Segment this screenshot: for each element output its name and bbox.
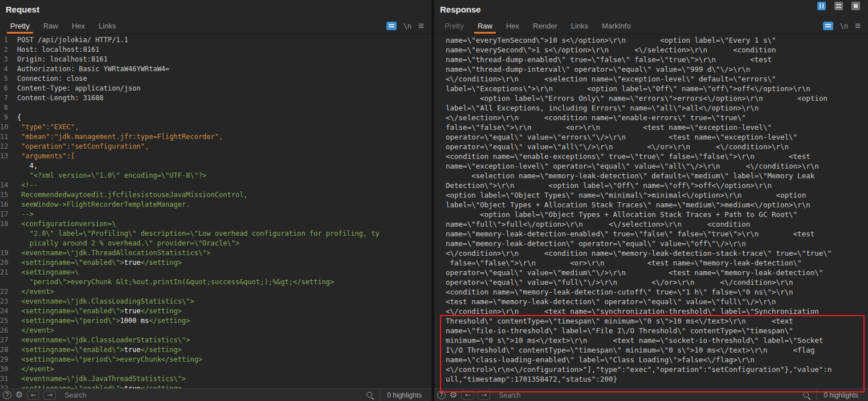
line-number: 2 — [0, 45, 8, 55]
request-header: Request — [0, 0, 431, 18]
response-code-line: name=\"memory-leak-detection\" operator=… — [434, 239, 868, 248]
request-code-line: 27 <eventname=\"jdk.ClassLoaderStatistic… — [0, 335, 431, 345]
line-number: 9 — [0, 113, 8, 122]
tab-pretty[interactable]: Pretty — [438, 18, 471, 34]
request-code-line: 21 <settingname=\ — [0, 268, 431, 277]
request-code-line: 4Authorization: Basic YWRtaW46YWRtaW4= — [0, 64, 431, 74]
response-code-line: label=\"Exceptions\">\r\n <option label=… — [434, 84, 868, 93]
layout-columns-icon[interactable] — [817, 2, 826, 10]
request-code-line: 7Content-Length: 31688 — [0, 93, 431, 103]
response-code-line: <condition name=\"memory-leak-detection-… — [434, 287, 868, 297]
show-newlines-button[interactable]: \n — [840, 22, 848, 30]
tab-links[interactable]: Links — [92, 18, 123, 34]
help-icon[interactable]: ? — [3, 391, 11, 399]
search-input[interactable] — [60, 391, 361, 399]
syntax-highlight-icon[interactable] — [386, 22, 397, 30]
response-code-line: <\/control>\r\n<\/configuration>"],"type… — [434, 365, 868, 374]
response-code-line: operator=\"equal\" value=\"errors\"\/>\r… — [434, 132, 868, 142]
response-code-line: operator=\"equal\" value=\"full\"\/>\r\n… — [434, 277, 868, 287]
settings-gear-icon[interactable]: ⚙ — [450, 391, 457, 399]
request-code-line: 12 "operation":"setConfiguration", — [0, 142, 431, 152]
request-tabbar: PrettyRawHexLinks \n ≡ — [0, 18, 431, 34]
line-number: 13 — [0, 152, 8, 161]
request-code-line: 29 <settingname=\"period\">everyChunk</s… — [0, 355, 431, 365]
response-editor[interactable]: name=\"everyTenSecond\">10 s<\/option>\r… — [434, 34, 868, 388]
response-code-line: <\/condition>\r\n <condition name=\"memo… — [434, 248, 868, 258]
response-code-line: label=\"All Exceptions, including Errors… — [434, 103, 868, 113]
line-number: 24 — [0, 306, 8, 316]
line-number: 1 — [0, 35, 8, 45]
layout-controls — [817, 2, 862, 10]
line-number: 22 — [0, 287, 8, 297]
layout-tabs-icon[interactable] — [851, 2, 860, 10]
response-search-bar: ? ⚙ ← → 0 highlights — [434, 388, 868, 401]
line-number: 21 — [0, 268, 8, 277]
request-panel: Request PrettyRawHexLinks \n ≡ 1POST /ap… — [0, 0, 431, 401]
response-code-line: <option label=\"Errors Only\" name=\"err… — [434, 93, 868, 103]
request-code-line: "2.0\" label=\"Profiling\" description=\… — [0, 229, 431, 239]
request-code-line: 10 "type":"EXEC", — [0, 122, 431, 132]
response-code-line: label=\"Object Types + Allocation Stack … — [434, 200, 868, 210]
line-number: 19 — [0, 248, 8, 258]
request-code-line: 15 Recommendedwaytoedit.jfcfilesistouseJ… — [0, 190, 431, 200]
response-code-line: name=\"file-io-threshold\" label=\"File … — [434, 326, 868, 335]
request-code-line: pically around 2 % overhead.\" provider=… — [0, 239, 431, 248]
response-code-line: Threshold\" contentType=\"timespan\" min… — [434, 316, 868, 326]
layout-rows-icon[interactable] — [834, 2, 843, 10]
settings-gear-icon[interactable]: ⚙ — [15, 391, 23, 399]
response-code-line: name=\"thread-dump-interval\" operator=\… — [434, 64, 868, 74]
help-icon[interactable]: ? — [437, 391, 446, 399]
request-title: Request — [6, 5, 39, 14]
line-number: 3 — [0, 55, 8, 64]
search-icon[interactable] — [802, 391, 811, 400]
tab-render[interactable]: Render — [526, 18, 564, 34]
request-code-line: 18 <configurationversion=\ — [0, 219, 431, 229]
menu-icon[interactable]: ≡ — [855, 21, 861, 31]
tabbar-spacer — [123, 18, 386, 34]
tab-markinfo[interactable]: MarkInfo — [595, 18, 638, 34]
response-code-line: operator=\"equal\" value=\"all\"\/>\r\n … — [434, 142, 868, 152]
search-icon[interactable] — [365, 391, 374, 400]
request-code-line: 20 <settingname=\"enabled\">true</settin… — [0, 258, 431, 268]
response-code-line: name=\"everyTenSecond\">10 s<\/option>\r… — [434, 35, 868, 45]
request-code-line: 8 — [0, 103, 431, 113]
tab-hex[interactable]: Hex — [499, 18, 526, 34]
search-next-button[interactable]: → — [43, 391, 56, 400]
response-tabbar-icons: \n ≡ — [823, 18, 865, 34]
response-code-line: <test name=\"memory-leak-detection\" ope… — [434, 297, 868, 306]
line-number: 11 — [0, 132, 8, 142]
line-number: 25 — [0, 316, 8, 326]
response-code-line: operator=\"equal\" value=\"medium\"\/>\r… — [434, 268, 868, 277]
request-code-line: 2Host: localhost:8161 — [0, 45, 431, 55]
syntax-highlight-icon[interactable] — [823, 22, 833, 30]
search-next-button[interactable]: → — [478, 391, 490, 400]
line-number: 23 — [0, 297, 8, 306]
tab-links[interactable]: Links — [564, 18, 595, 34]
tab-raw[interactable]: Raw — [471, 18, 499, 34]
show-newlines-button[interactable]: \n — [404, 22, 411, 30]
response-code-line: <selection name=\"memory-leak-detection\… — [434, 171, 868, 181]
search-prev-button[interactable]: ← — [461, 391, 474, 400]
response-code-line: false=\"false\">\r\n <or>\r\n <test name… — [434, 122, 868, 132]
line-number: 8 — [0, 103, 8, 113]
line-number: 5 — [0, 74, 8, 84]
request-code-line: 19 <eventname=\"jdk.ThreadAllocationStat… — [0, 248, 431, 258]
line-number: 7 — [0, 93, 8, 103]
search-prev-button[interactable]: ← — [27, 391, 39, 400]
response-code-line: Detection\">\r\n <option label=\"Off\" n… — [434, 181, 868, 190]
search-input[interactable] — [494, 391, 798, 399]
tab-pretty[interactable]: Pretty — [3, 18, 36, 34]
line-number: 12 — [0, 142, 8, 152]
request-code-line: "<?xml version=\"1.0\" encoding=\"UTF-8\… — [0, 171, 431, 181]
request-code-line: 28 <settingname=\"enabled\">true</settin… — [0, 345, 431, 355]
request-code-line: 31 <eventname=\"jdk.JavaThreadStatistics… — [0, 374, 431, 384]
tab-hex[interactable]: Hex — [65, 18, 92, 34]
line-number: 14 — [0, 181, 8, 190]
request-editor[interactable]: 1POST /api/jolokia/ HTTP/1.12Host: local… — [0, 34, 431, 388]
request-code-line: 13 "arguments":[ — [0, 152, 431, 161]
menu-icon[interactable]: ≡ — [418, 21, 424, 31]
request-code-line: 22 </event> — [0, 287, 431, 297]
line-number: 26 — [0, 326, 8, 335]
tab-raw[interactable]: Raw — [36, 18, 65, 34]
response-code-line: name=\"exception-level\" operator=\"equa… — [434, 161, 868, 171]
